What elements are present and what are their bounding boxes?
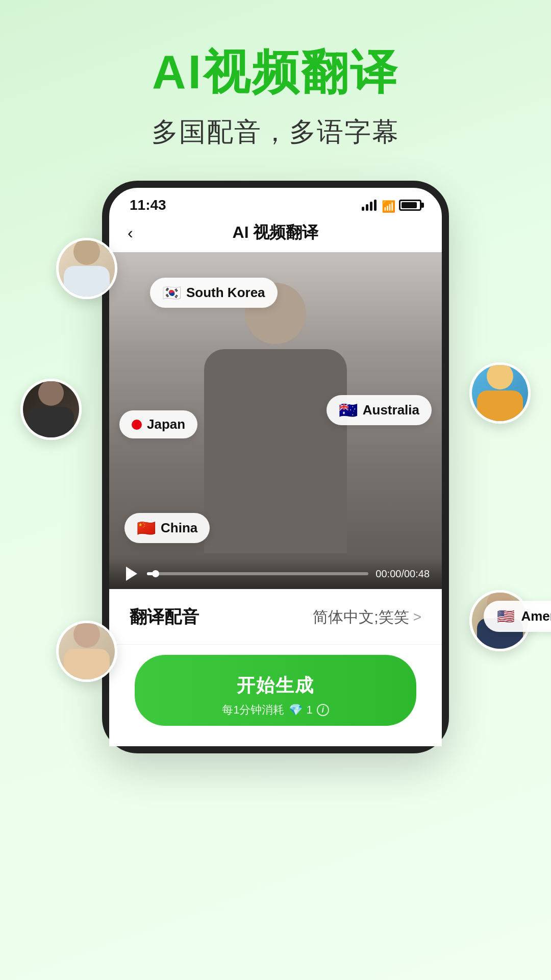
generate-cost-value: 1 [307, 703, 313, 717]
play-button[interactable] [121, 565, 140, 583]
avatar-australia [469, 362, 531, 424]
flag-australia: 🇦🇺 [339, 401, 358, 419]
generate-button-sub: 每1分钟消耗 💎 1 i [222, 702, 329, 718]
flag-china: 🇨🇳 [137, 519, 156, 537]
coin-icon: 💎 [289, 703, 303, 717]
avatar-japan [20, 379, 82, 440]
country-name-china: China [161, 520, 197, 536]
generate-area: 开始生成 每1分钟消耗 💎 1 i [109, 644, 442, 746]
hero-subtitle: 多国配音，多语字幕 [152, 114, 399, 150]
country-name-australia: Australia [363, 402, 419, 418]
generate-button-label: 开始生成 [237, 673, 314, 698]
country-label-australia[interactable]: 🇦🇺 Australia [327, 395, 432, 425]
generate-button[interactable]: 开始生成 每1分钟消耗 💎 1 i [135, 655, 416, 726]
back-button[interactable]: ‹ [128, 224, 133, 242]
country-label-china[interactable]: 🇨🇳 China [124, 513, 210, 543]
hero-title: AI视频翻译 [152, 41, 399, 104]
video-container[interactable]: 🇰🇷 South Korea Japan 🇦🇺 Australia 🇨🇳 Ch [109, 252, 442, 589]
translation-lang: 简体中文;笑笑 [313, 607, 409, 628]
country-name-japan: Japan [147, 416, 185, 432]
flag-japan [132, 420, 142, 430]
chevron-right-icon: > [413, 609, 421, 625]
generate-cost-text: 每1分钟消耗 [222, 702, 284, 718]
info-icon[interactable]: i [317, 704, 329, 716]
translation-label: 翻译配音 [130, 605, 199, 629]
bottom-panel: 翻译配音 简体中文;笑笑 > [109, 589, 442, 645]
country-label-japan[interactable]: Japan [119, 410, 197, 438]
avatar-china [56, 621, 117, 682]
status-bar: 11:43 📶 [109, 188, 442, 213]
page-wrapper: AI视频翻译 多国配音，多语字幕 11:43 📶 ‹ AI 视频翻译 [0, 0, 551, 980]
battery-icon [399, 200, 421, 211]
country-name-america: America [521, 608, 551, 624]
flag-south-korea: 🇰🇷 [162, 284, 181, 302]
progress-bar[interactable] [147, 572, 368, 575]
progress-dot [152, 570, 159, 577]
status-time: 11:43 [130, 197, 166, 213]
flag-america: 🇺🇸 [497, 608, 515, 625]
translation-value[interactable]: 简体中文;笑笑 > [313, 607, 421, 628]
phone-frame: 11:43 📶 ‹ AI 视频翻译 [102, 181, 449, 753]
time-display: 00:00/00:48 [375, 568, 430, 580]
country-label-america[interactable]: 🇺🇸 America [484, 601, 551, 632]
video-controls: 00:00/00:48 [109, 558, 442, 589]
translation-row[interactable]: 翻译配音 简体中文;笑笑 > [130, 605, 421, 629]
avatar-korea [56, 238, 117, 299]
country-label-south-korea[interactable]: 🇰🇷 South Korea [150, 278, 278, 308]
wifi-icon: 📶 [382, 200, 394, 210]
app-header: ‹ AI 视频翻译 [109, 213, 442, 252]
country-name-south-korea: South Korea [186, 285, 265, 301]
person-body [204, 349, 347, 553]
progress-fill [147, 572, 156, 575]
status-icons: 📶 [362, 200, 421, 211]
play-icon [126, 567, 137, 581]
app-header-title: AI 视频翻译 [233, 222, 319, 244]
signal-icon [362, 200, 377, 211]
phone-mockup-wrapper: 11:43 📶 ‹ AI 视频翻译 [77, 181, 474, 753]
